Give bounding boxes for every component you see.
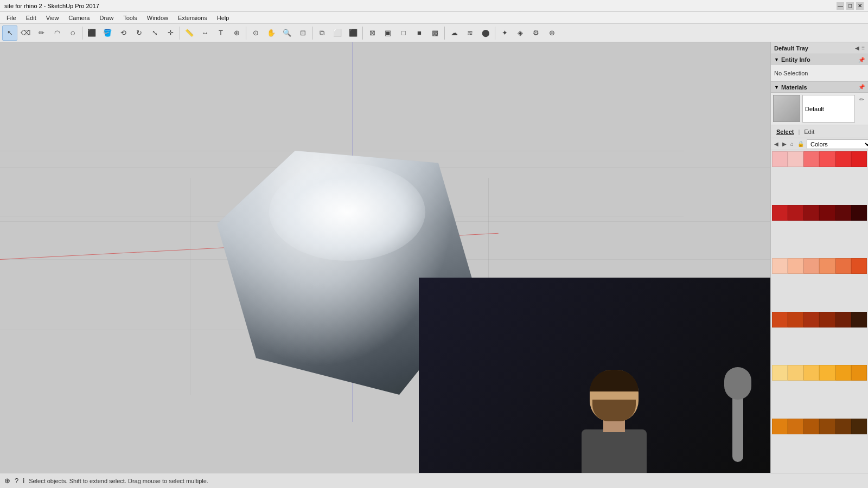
- color-swatch[interactable]: [772, 312, 788, 328]
- color-swatch[interactable]: [851, 258, 867, 274]
- move-button[interactable]: ✛: [163, 25, 178, 41]
- color-swatch[interactable]: [788, 151, 803, 167]
- section-display-button[interactable]: ⬜: [330, 25, 345, 41]
- minimize-button[interactable]: —: [837, 2, 844, 10]
- color-swatch[interactable]: [835, 151, 851, 167]
- advanced-button[interactable]: ⚙: [528, 25, 544, 41]
- menu-tools[interactable]: Tools: [119, 14, 142, 22]
- color-swatch[interactable]: [772, 258, 788, 274]
- color-swatch[interactable]: [835, 258, 851, 274]
- menu-help[interactable]: Help: [213, 14, 234, 22]
- arc-tool-button[interactable]: ◠: [49, 25, 65, 41]
- material-select-tab[interactable]: Select: [773, 128, 797, 136]
- status-icon-1[interactable]: ⊕: [4, 477, 10, 485]
- color-swatch[interactable]: [835, 365, 851, 381]
- color-swatch[interactable]: [803, 419, 819, 434]
- paint-button[interactable]: 🪣: [100, 25, 115, 41]
- color-swatch[interactable]: [772, 151, 788, 167]
- color-swatch[interactable]: [819, 205, 835, 221]
- offset-button[interactable]: ⟲: [116, 25, 131, 41]
- fog-button[interactable]: ≋: [462, 25, 477, 41]
- color-swatch[interactable]: [851, 419, 867, 434]
- env-button[interactable]: ⬤: [478, 25, 493, 41]
- section-button[interactable]: ⧉: [314, 25, 329, 41]
- text-button[interactable]: T: [213, 25, 228, 41]
- menu-view[interactable]: View: [42, 14, 63, 22]
- color-swatch[interactable]: [819, 419, 835, 434]
- menu-file[interactable]: File: [2, 14, 21, 22]
- materials-pin-button[interactable]: 📌: [858, 84, 865, 90]
- select-tool-button[interactable]: ↖: [2, 25, 17, 41]
- menu-extensions[interactable]: Extensions: [174, 14, 212, 22]
- status-icon-3[interactable]: i: [23, 477, 24, 485]
- pencil-tool-button[interactable]: ✏: [34, 25, 49, 41]
- shadow-button[interactable]: ☁: [446, 25, 462, 41]
- mat-forward-button[interactable]: ▶: [781, 140, 788, 147]
- mat-back-button[interactable]: ◀: [773, 140, 780, 147]
- color-swatch[interactable]: [772, 419, 788, 434]
- color-swatch[interactable]: [803, 151, 819, 167]
- entity-info-pin-button[interactable]: 📌: [858, 57, 865, 63]
- entity-info-header[interactable]: ▼ Entity Info 📌: [771, 54, 868, 65]
- shaded-texture-button[interactable]: ▩: [427, 25, 443, 41]
- menu-window[interactable]: Window: [143, 14, 173, 22]
- mat-lock-button[interactable]: 🔒: [796, 140, 805, 147]
- color-swatch[interactable]: [835, 205, 851, 221]
- color-swatch[interactable]: [835, 312, 851, 328]
- materials-header[interactable]: ▼ Materials 📌: [771, 82, 868, 93]
- menu-draw[interactable]: Draw: [95, 14, 118, 22]
- eraser-tool-button[interactable]: ⌫: [18, 25, 33, 41]
- window-controls[interactable]: — □ ✕: [837, 2, 864, 10]
- tray-options-button[interactable]: ≡: [861, 45, 865, 51]
- rotate-button[interactable]: ↻: [131, 25, 146, 41]
- material-edit-button[interactable]: ✏: [857, 95, 866, 104]
- hidden-line-button[interactable]: □: [396, 25, 411, 41]
- color-swatch[interactable]: [772, 365, 788, 381]
- color-swatch[interactable]: [788, 419, 803, 434]
- color-swatch[interactable]: [851, 365, 867, 381]
- pan-button[interactable]: ✋: [264, 25, 279, 41]
- color-swatch[interactable]: [803, 205, 819, 221]
- material-edit-tab[interactable]: Edit: [801, 128, 818, 136]
- viewport[interactable]: [0, 42, 770, 473]
- maximize-button[interactable]: □: [846, 2, 854, 10]
- color-swatch[interactable]: [819, 312, 835, 328]
- color-swatch[interactable]: [788, 258, 803, 274]
- color-swatch[interactable]: [788, 365, 803, 381]
- xray-button[interactable]: ⊠: [365, 25, 380, 41]
- shaded-button[interactable]: ■: [412, 25, 427, 41]
- color-swatch[interactable]: [851, 205, 867, 221]
- color-swatch[interactable]: [788, 205, 803, 221]
- style-settings-button[interactable]: ✦: [497, 25, 512, 41]
- color-swatch[interactable]: [819, 258, 835, 274]
- close-button[interactable]: ✕: [856, 2, 864, 10]
- color-swatch[interactable]: [835, 419, 851, 434]
- push-pull-button[interactable]: ⬛: [84, 25, 99, 41]
- color-swatch[interactable]: [803, 258, 819, 274]
- color-swatch[interactable]: [819, 365, 835, 381]
- color-swatch[interactable]: [819, 151, 835, 167]
- wireframe-button[interactable]: ▣: [380, 25, 395, 41]
- menu-camera[interactable]: Camera: [64, 14, 94, 22]
- zoom-extents-button[interactable]: ⊡: [295, 25, 310, 41]
- more-button[interactable]: ⊕: [544, 25, 559, 41]
- orbit-button[interactable]: ⊙: [248, 25, 263, 41]
- circle-tool-button[interactable]: ○: [65, 25, 80, 41]
- tape-button[interactable]: 📏: [182, 25, 197, 41]
- color-swatch[interactable]: [803, 312, 819, 328]
- color-swatch[interactable]: [788, 312, 803, 328]
- zoom-button[interactable]: 🔍: [279, 25, 295, 41]
- colors-dropdown[interactable]: Colors Colors In Model Brick and Claddin…: [807, 139, 868, 149]
- color-swatch[interactable]: [851, 151, 867, 167]
- components-button[interactable]: ◈: [513, 25, 528, 41]
- mat-home-button[interactable]: ⌂: [789, 140, 795, 147]
- axes-button[interactable]: ⊕: [229, 25, 244, 41]
- tray-expand-button[interactable]: ◀: [855, 45, 859, 51]
- section-cut-button[interactable]: ⬛: [346, 25, 361, 41]
- dimension-button[interactable]: ↔: [197, 25, 213, 41]
- material-swatch[interactable]: [773, 95, 800, 122]
- status-icon-2[interactable]: ?: [15, 477, 18, 485]
- color-swatch[interactable]: [803, 365, 819, 381]
- menu-edit[interactable]: Edit: [22, 14, 41, 22]
- scale-button[interactable]: ⤡: [147, 25, 162, 41]
